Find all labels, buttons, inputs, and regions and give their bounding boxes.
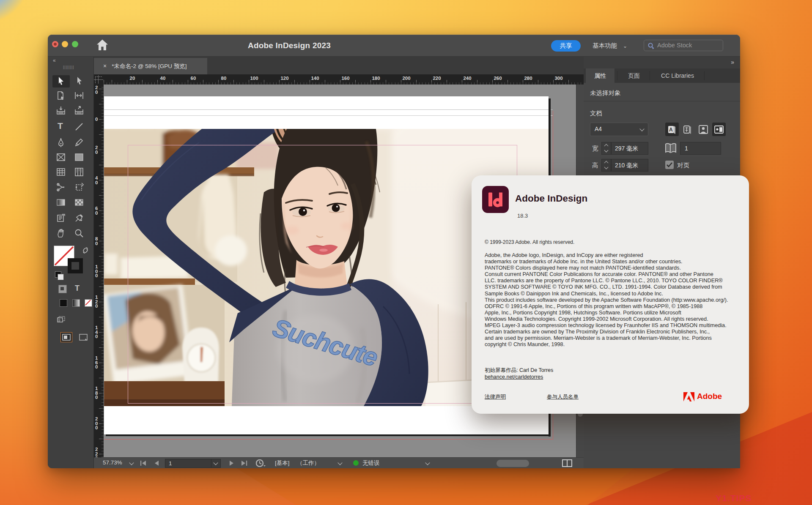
svg-text:A: A xyxy=(669,127,673,133)
